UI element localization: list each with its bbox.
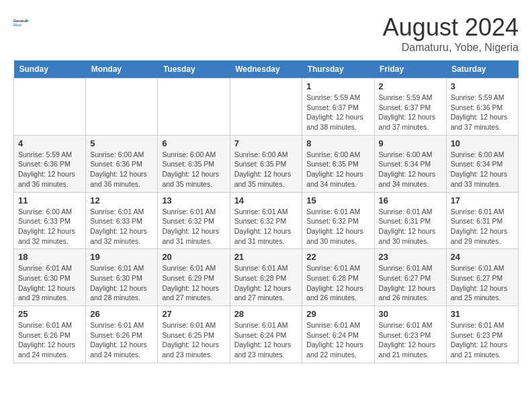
month-year: August 2024 [383, 13, 519, 42]
calendar-cell: 20Sunrise: 6:01 AM Sunset: 6:29 PM Dayli… [158, 249, 230, 306]
calendar-week-row: 18Sunrise: 6:01 AM Sunset: 6:30 PM Dayli… [14, 249, 519, 306]
day-header: Thursday [302, 60, 374, 79]
calendar-week-row: 4Sunrise: 5:59 AM Sunset: 6:36 PM Daylig… [14, 135, 519, 192]
day-number: 16 [379, 195, 442, 205]
calendar-cell: 31Sunrise: 6:01 AM Sunset: 6:23 PM Dayli… [446, 306, 518, 363]
day-number: 3 [451, 81, 514, 91]
day-number: 11 [18, 195, 81, 205]
day-info: Sunrise: 6:01 AM Sunset: 6:33 PM Dayligh… [90, 207, 153, 246]
day-info: Sunrise: 6:01 AM Sunset: 6:23 PM Dayligh… [379, 320, 442, 360]
day-header: Saturday [446, 60, 518, 79]
page-header: GeneralBlue August 2024 Damaturu, Yobe, … [13, 13, 519, 54]
day-info: Sunrise: 6:00 AM Sunset: 6:35 PM Dayligh… [162, 150, 225, 189]
calendar-cell: 21Sunrise: 6:01 AM Sunset: 6:28 PM Dayli… [230, 249, 302, 306]
day-info: Sunrise: 6:01 AM Sunset: 6:25 PM Dayligh… [162, 320, 225, 360]
day-info: Sunrise: 6:00 AM Sunset: 6:35 PM Dayligh… [306, 150, 369, 189]
calendar-cell: 19Sunrise: 6:01 AM Sunset: 6:30 PM Dayli… [86, 249, 158, 306]
calendar-table: SundayMondayTuesdayWednesdayThursdayFrid… [13, 60, 519, 363]
day-info: Sunrise: 6:01 AM Sunset: 6:32 PM Dayligh… [162, 207, 225, 246]
calendar-cell [158, 79, 230, 136]
header-row: SundayMondayTuesdayWednesdayThursdayFrid… [14, 60, 519, 79]
calendar-cell: 14Sunrise: 6:01 AM Sunset: 6:32 PM Dayli… [230, 192, 302, 249]
day-number: 18 [18, 252, 81, 262]
day-number: 20 [162, 252, 225, 262]
location: Damaturu, Yobe, Nigeria [383, 42, 519, 54]
calendar-cell: 27Sunrise: 6:01 AM Sunset: 6:25 PM Dayli… [158, 306, 230, 363]
day-number: 9 [379, 138, 442, 148]
day-info: Sunrise: 6:01 AM Sunset: 6:24 PM Dayligh… [306, 320, 369, 360]
day-info: Sunrise: 6:01 AM Sunset: 6:28 PM Dayligh… [234, 263, 298, 303]
calendar-cell: 22Sunrise: 6:01 AM Sunset: 6:28 PM Dayli… [302, 249, 374, 306]
calendar-cell: 16Sunrise: 6:01 AM Sunset: 6:31 PM Dayli… [374, 192, 446, 249]
day-number: 15 [306, 195, 369, 205]
day-info: Sunrise: 6:01 AM Sunset: 6:27 PM Dayligh… [379, 263, 442, 303]
day-number: 23 [379, 252, 442, 262]
day-info: Sunrise: 6:00 AM Sunset: 6:34 PM Dayligh… [451, 150, 514, 189]
day-number: 30 [379, 309, 442, 319]
day-number: 27 [162, 309, 225, 319]
day-header: Wednesday [230, 60, 302, 79]
calendar-cell: 10Sunrise: 6:00 AM Sunset: 6:34 PM Dayli… [446, 135, 518, 192]
calendar-cell: 28Sunrise: 6:01 AM Sunset: 6:24 PM Dayli… [230, 306, 302, 363]
day-info: Sunrise: 6:01 AM Sunset: 6:26 PM Dayligh… [18, 320, 81, 360]
day-info: Sunrise: 5:59 AM Sunset: 6:36 PM Dayligh… [18, 150, 81, 189]
day-number: 13 [162, 195, 225, 205]
calendar-cell: 26Sunrise: 6:01 AM Sunset: 6:26 PM Dayli… [86, 306, 158, 363]
svg-text:Blue: Blue [13, 23, 21, 27]
day-info: Sunrise: 6:01 AM Sunset: 6:30 PM Dayligh… [90, 263, 153, 303]
calendar-cell: 17Sunrise: 6:01 AM Sunset: 6:31 PM Dayli… [446, 192, 518, 249]
day-number: 24 [451, 252, 514, 262]
calendar-cell: 3Sunrise: 5:59 AM Sunset: 6:36 PM Daylig… [446, 79, 518, 136]
day-number: 12 [90, 195, 153, 205]
day-info: Sunrise: 6:01 AM Sunset: 6:29 PM Dayligh… [162, 263, 225, 303]
calendar-cell [14, 79, 86, 136]
calendar-cell: 1Sunrise: 5:59 AM Sunset: 6:37 PM Daylig… [302, 79, 374, 136]
day-number: 22 [306, 252, 369, 262]
day-number: 29 [306, 309, 369, 319]
calendar-cell: 5Sunrise: 6:00 AM Sunset: 6:36 PM Daylig… [86, 135, 158, 192]
svg-marker-2 [26, 19, 29, 21]
day-info: Sunrise: 6:01 AM Sunset: 6:31 PM Dayligh… [379, 207, 442, 246]
logo-icon: GeneralBlue [13, 13, 32, 32]
day-number: 7 [234, 138, 298, 148]
day-number: 21 [234, 252, 298, 262]
day-header: Monday [86, 60, 158, 79]
calendar-cell: 13Sunrise: 6:01 AM Sunset: 6:32 PM Dayli… [158, 192, 230, 249]
day-number: 28 [234, 309, 298, 319]
calendar-cell: 8Sunrise: 6:00 AM Sunset: 6:35 PM Daylig… [302, 135, 374, 192]
day-info: Sunrise: 6:01 AM Sunset: 6:31 PM Dayligh… [451, 207, 514, 246]
day-number: 8 [306, 138, 369, 148]
calendar-cell: 12Sunrise: 6:01 AM Sunset: 6:33 PM Dayli… [86, 192, 158, 249]
calendar-cell: 6Sunrise: 6:00 AM Sunset: 6:35 PM Daylig… [158, 135, 230, 192]
svg-text:General: General [13, 19, 28, 23]
day-number: 26 [90, 309, 153, 319]
day-info: Sunrise: 6:00 AM Sunset: 6:34 PM Dayligh… [379, 150, 442, 189]
calendar-cell: 29Sunrise: 6:01 AM Sunset: 6:24 PM Dayli… [302, 306, 374, 363]
day-info: Sunrise: 5:59 AM Sunset: 6:36 PM Dayligh… [451, 93, 514, 132]
day-info: Sunrise: 6:00 AM Sunset: 6:35 PM Dayligh… [234, 150, 298, 189]
calendar-week-row: 25Sunrise: 6:01 AM Sunset: 6:26 PM Dayli… [14, 306, 519, 363]
day-info: Sunrise: 6:01 AM Sunset: 6:30 PM Dayligh… [18, 263, 81, 303]
calendar-cell: 25Sunrise: 6:01 AM Sunset: 6:26 PM Dayli… [14, 306, 86, 363]
day-number: 1 [306, 81, 369, 91]
day-number: 10 [451, 138, 514, 148]
title-block: August 2024 Damaturu, Yobe, Nigeria [383, 13, 519, 54]
day-number: 19 [90, 252, 153, 262]
calendar-cell: 11Sunrise: 6:00 AM Sunset: 6:33 PM Dayli… [14, 192, 86, 249]
day-number: 31 [451, 309, 514, 319]
day-info: Sunrise: 6:01 AM Sunset: 6:24 PM Dayligh… [234, 320, 298, 360]
day-number: 25 [18, 309, 81, 319]
logo: GeneralBlue [13, 13, 32, 32]
day-number: 17 [451, 195, 514, 205]
day-info: Sunrise: 6:01 AM Sunset: 6:32 PM Dayligh… [306, 207, 369, 246]
day-info: Sunrise: 6:00 AM Sunset: 6:33 PM Dayligh… [18, 207, 81, 246]
calendar-cell: 2Sunrise: 5:59 AM Sunset: 6:37 PM Daylig… [374, 79, 446, 136]
calendar-cell [86, 79, 158, 136]
day-number: 14 [234, 195, 298, 205]
calendar-cell: 24Sunrise: 6:01 AM Sunset: 6:27 PM Dayli… [446, 249, 518, 306]
day-info: Sunrise: 6:01 AM Sunset: 6:27 PM Dayligh… [451, 263, 514, 303]
calendar-cell: 30Sunrise: 6:01 AM Sunset: 6:23 PM Dayli… [374, 306, 446, 363]
day-number: 2 [379, 81, 442, 91]
calendar-cell: 4Sunrise: 5:59 AM Sunset: 6:36 PM Daylig… [14, 135, 86, 192]
day-number: 4 [18, 138, 81, 148]
